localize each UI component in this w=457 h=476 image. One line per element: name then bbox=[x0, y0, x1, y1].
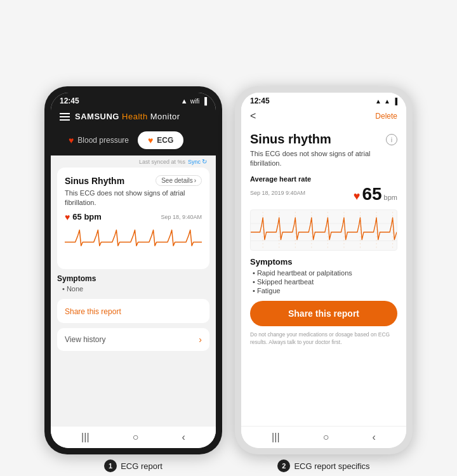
phone2-label: 2 ECG report specifics bbox=[235, 459, 413, 472]
sinus-rhythm-title: Sinus Rhythm bbox=[65, 176, 124, 186]
sinus-desc2: This ECG does not show signs of atrial f… bbox=[250, 149, 397, 169]
bp-label: Blood pressure bbox=[77, 136, 129, 145]
avg-hr-date: Sep 18, 2019 9:40AM bbox=[250, 190, 305, 196]
heart-orange-icon: ♥ bbox=[148, 135, 153, 145]
phone1-label-text: ECG report bbox=[121, 461, 162, 471]
avg-hr-label: Average heart rate bbox=[250, 175, 397, 183]
sync-label: Sync bbox=[188, 159, 201, 165]
bpm-row: ♥ 65 bpm Sep 18, 9:40AM bbox=[65, 212, 202, 222]
ecg-svg2 bbox=[251, 210, 397, 251]
signal-icon2: ▲ bbox=[384, 98, 390, 105]
ecg-svg bbox=[65, 225, 202, 256]
phone2-status-bar: 12:45 ▲ ▲ ▐ bbox=[241, 93, 406, 108]
phone2-wrapper: 12:45 ▲ ▲ ▐ < Delete Sinus rhythm bbox=[235, 86, 413, 454]
ecg-chart bbox=[65, 225, 202, 256]
sinus-card-header: Sinus Rhythm See details › bbox=[65, 175, 202, 186]
share-report-button[interactable]: Share this report bbox=[250, 301, 397, 326]
tab-blood-pressure[interactable]: ♥ Blood pressure bbox=[60, 131, 138, 149]
samsung-label: SAMSUNG bbox=[75, 112, 119, 121]
bpm-left: ♥ 65 bpm bbox=[65, 212, 102, 222]
nav-recent-icon[interactable]: ||| bbox=[81, 432, 89, 443]
phone2: 12:45 ▲ ▲ ▐ < Delete Sinus rhythm bbox=[235, 86, 413, 454]
phones-row: 12:45 ▲ wifi ▐ SAMSUNG Health Mo bbox=[44, 6, 413, 454]
phone1-nav-bar: ||| ○ ‹ bbox=[51, 426, 216, 448]
phone1-status-icons: ▲ wifi ▐ bbox=[181, 97, 207, 105]
phone2-nav-bar: ||| ○ ‹ bbox=[241, 426, 406, 448]
info-icon[interactable]: i bbox=[386, 134, 397, 145]
sinus-title-row: Sinus rhythm i bbox=[250, 132, 397, 147]
phone1-status-bar: 12:45 ▲ wifi ▐ bbox=[51, 93, 216, 108]
avg-hr-number: 65 bbox=[362, 184, 381, 204]
symptom2-item-1: • Rapid heartbeat or palpitations bbox=[250, 269, 397, 277]
sinus-description: This ECG does not show signs of atrial f… bbox=[65, 188, 202, 208]
phone1-time: 12:45 bbox=[60, 96, 79, 105]
heart-red-icon: ♥ bbox=[69, 135, 74, 145]
nav-home-icon[interactable]: ○ bbox=[133, 432, 139, 443]
sinus-rhythm-title2: Sinus rhythm bbox=[250, 132, 331, 147]
view-history-button[interactable]: View history › bbox=[57, 328, 209, 351]
hamburger-icon[interactable] bbox=[60, 113, 70, 121]
phone1-app-header: SAMSUNG Health Monitor bbox=[51, 108, 216, 126]
phone2-screen: 12:45 ▲ ▲ ▐ < Delete Sinus rhythm bbox=[241, 93, 406, 448]
share-report-text: Share this report bbox=[65, 307, 121, 316]
avg-hr-row: Sep 18, 2019 9:40AM ♥ 65 bpm bbox=[250, 184, 397, 204]
symptom2-item-2: • Skipped heartbeat bbox=[250, 278, 397, 286]
phone2-status-icons: ▲ ▲ ▐ bbox=[375, 98, 397, 105]
health-label: Health bbox=[122, 112, 148, 121]
monitor-label: Monitor bbox=[150, 112, 180, 121]
heart-icon-hr: ♥ bbox=[354, 190, 361, 203]
refresh-icon: ↻ bbox=[202, 158, 207, 165]
see-details-button[interactable]: See details › bbox=[156, 175, 202, 186]
tab-row: ♥ Blood pressure ♥ ECG bbox=[51, 126, 216, 155]
screen2-content: Sinus rhythm i This ECG does not show si… bbox=[241, 126, 406, 426]
sync-text: Last synced at %s bbox=[139, 159, 185, 165]
nav-back-icon[interactable]: ‹ bbox=[182, 432, 185, 443]
svg-rect-2 bbox=[251, 212, 397, 249]
tab-ecg[interactable]: ♥ ECG bbox=[138, 131, 183, 149]
symptom-none: • None bbox=[57, 285, 209, 293]
bpm-value: 65 bpm bbox=[72, 212, 102, 221]
delete-button[interactable]: Delete bbox=[375, 112, 397, 121]
share-report-link[interactable]: Share this report bbox=[57, 299, 209, 323]
phone1-label: 1 ECG report bbox=[44, 459, 222, 472]
phone2-time: 12:45 bbox=[250, 96, 270, 105]
nav2-recent-icon[interactable]: ||| bbox=[272, 432, 279, 443]
chevron-right-icon: › bbox=[194, 177, 196, 184]
phone1-badge: 1 bbox=[104, 459, 117, 472]
battery-icon2: ▐ bbox=[393, 98, 397, 105]
phone2-header: < Delete bbox=[241, 108, 406, 126]
disclaimer-text: Do not change your medications or dosage… bbox=[250, 331, 397, 347]
wifi-icon2: ▲ bbox=[375, 98, 381, 105]
phone1: 12:45 ▲ wifi ▐ SAMSUNG Health Mo bbox=[44, 86, 222, 454]
symptoms-title: Symptoms bbox=[57, 274, 209, 283]
chevron-right-icon: › bbox=[199, 334, 202, 345]
phone1-screen: 12:45 ▲ wifi ▐ SAMSUNG Health Mo bbox=[51, 93, 216, 448]
bpm-heart-icon: ♥ bbox=[65, 212, 70, 222]
sync-button[interactable]: Sync ↻ bbox=[188, 158, 207, 165]
symptoms2-section: Symptoms • Rapid heartbeat or palpitatio… bbox=[250, 257, 397, 296]
phone2-badge: 2 bbox=[277, 459, 290, 472]
nav2-home-icon[interactable]: ○ bbox=[323, 432, 329, 443]
screen1-content: Last synced at %s Sync ↻ Sinus Rhythm Se… bbox=[51, 155, 216, 426]
signal-icon: ▲ bbox=[181, 97, 188, 105]
sinus-card: Sinus Rhythm See details › This ECG does… bbox=[57, 168, 209, 269]
symptoms-section: Symptoms • None bbox=[57, 274, 209, 293]
see-details-label: See details bbox=[161, 177, 192, 184]
view-history-text: View history bbox=[65, 335, 105, 344]
avg-hr-value: ♥ 65 bpm bbox=[354, 184, 397, 204]
nav2-back-icon[interactable]: ‹ bbox=[373, 432, 376, 443]
battery-icon: ▐ bbox=[202, 97, 207, 105]
wifi-icon: wifi bbox=[190, 98, 199, 105]
phone-labels-row: 1 ECG report 2 ECG report specifics bbox=[44, 459, 413, 472]
ecg-label: ECG bbox=[157, 136, 173, 145]
back-button[interactable]: < bbox=[250, 110, 256, 122]
bpm-date: Sep 18, 9:40AM bbox=[161, 214, 202, 220]
symptoms2-title: Symptoms bbox=[250, 257, 397, 267]
symptom2-item-3: • Fatigue bbox=[250, 287, 397, 294]
share-report-button-text: Share this report bbox=[288, 308, 359, 319]
phone2-label-text: ECG report specifics bbox=[294, 461, 369, 471]
phone1-wrapper: 12:45 ▲ wifi ▐ SAMSUNG Health Mo bbox=[44, 86, 222, 454]
sync-bar: Last synced at %s Sync ↻ bbox=[51, 155, 216, 168]
ecg-chart2 bbox=[250, 209, 397, 251]
avg-hr-unit: bpm bbox=[384, 194, 397, 201]
